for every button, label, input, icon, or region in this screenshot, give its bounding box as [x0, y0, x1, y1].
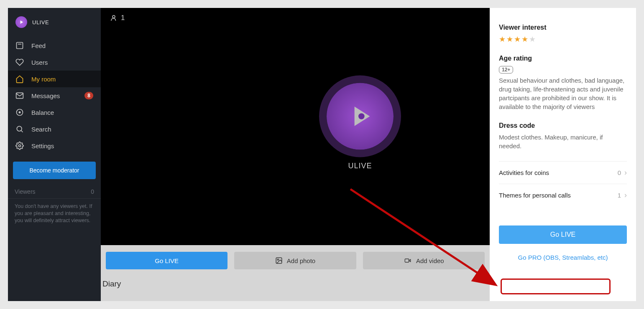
- add-video-button[interactable]: Add video: [363, 252, 485, 269]
- svg-rect-0: [17, 43, 23, 49]
- svg-point-7: [19, 145, 21, 147]
- activities-row[interactable]: Activities for coins 0 ›: [499, 161, 627, 184]
- svg-line-6: [21, 131, 23, 132]
- svg-point-5: [17, 126, 22, 131]
- main-column: 1 ULIVE Go LIVE Add photo: [101, 8, 490, 301]
- themes-value-group: 1 ›: [618, 191, 627, 200]
- play-logo-icon: [327, 83, 394, 150]
- brand-row: ULIVE: [8, 13, 101, 37]
- svg-point-11: [277, 259, 279, 260]
- sidebar-item-search[interactable]: Search: [8, 121, 101, 137]
- photo-icon: [275, 257, 283, 264]
- sidebar-item-settings[interactable]: Settings: [8, 137, 101, 154]
- sidebar-item-label: My room: [31, 76, 56, 83]
- activities-value-group: 0 ›: [618, 168, 627, 177]
- sidebar-item-label: Settings: [31, 142, 54, 149]
- diary-heading: Diary: [101, 269, 490, 289]
- star-icon: ★: [529, 35, 536, 44]
- heart-icon: [15, 58, 24, 66]
- age-badge: 12+: [499, 66, 513, 73]
- star-rating: ★ ★ ★ ★ ★: [499, 35, 627, 44]
- add-photo-label: Add photo: [287, 257, 315, 264]
- brand-logo-icon: [15, 16, 27, 28]
- dress-code-text: Modest clothes. Makeup, manicure, if nee…: [499, 133, 627, 150]
- sidebar-item-messages[interactable]: Messages 8: [8, 87, 101, 104]
- viewers-description: You don't have any viewers yet. If you a…: [8, 199, 101, 228]
- svg-rect-12: [405, 259, 409, 262]
- age-rating-text: Sexual behaviour and clothes, bad langua…: [499, 76, 627, 111]
- star-icon: ★: [521, 35, 528, 44]
- sidebar-item-label: Search: [31, 126, 51, 133]
- gear-icon: [15, 142, 24, 150]
- chevron-right-icon: ›: [624, 168, 627, 177]
- viewer-count-value: 1: [121, 14, 125, 22]
- viewer-count-overlay: 1: [110, 14, 125, 22]
- brand-name: ULIVE: [32, 19, 49, 25]
- star-icon: ★: [499, 35, 506, 44]
- activities-value: 0: [618, 169, 621, 176]
- right-panel: Viewer interest ★ ★ ★ ★ ★ Age rating 12+…: [490, 8, 636, 301]
- go-pro-link[interactable]: Go PRO (OBS, Streamlabs, etc): [499, 250, 627, 265]
- svg-point-9: [358, 113, 365, 119]
- viewers-row: Viewers 0: [8, 188, 101, 199]
- svg-point-8: [112, 15, 115, 18]
- video-icon: [404, 257, 412, 264]
- themes-row[interactable]: Themes for personal calls 1 ›: [499, 184, 627, 206]
- viewers-label: Viewers: [15, 188, 36, 195]
- mail-icon: [15, 91, 24, 100]
- sidebar-item-label: Users: [31, 59, 48, 66]
- sidebar-item-users[interactable]: Users: [8, 54, 101, 71]
- activities-label: Activities for coins: [499, 169, 549, 176]
- feed-icon: [15, 41, 24, 50]
- panel-go-live-button[interactable]: Go LIVE: [499, 225, 627, 244]
- svg-point-4: [19, 111, 21, 114]
- star-icon: ★: [514, 35, 521, 44]
- search-icon: [15, 125, 24, 133]
- themes-value: 1: [618, 192, 621, 199]
- add-photo-button[interactable]: Add photo: [234, 252, 356, 269]
- home-icon: [15, 75, 24, 83]
- go-live-label: Go LIVE: [155, 257, 179, 264]
- video-placeholder: ULIVE: [327, 83, 394, 170]
- video-area: 1 ULIVE: [101, 8, 490, 245]
- sidebar-item-label: Feed: [31, 42, 46, 49]
- chevron-right-icon: ›: [624, 191, 627, 200]
- viewer-interest-title: Viewer interest: [499, 24, 627, 31]
- messages-badge: 8: [84, 92, 93, 99]
- sidebar-item-my-room[interactable]: My room: [8, 71, 101, 87]
- sidebar-item-label: Messages: [31, 92, 60, 99]
- dress-code-title: Dress code: [499, 122, 627, 129]
- go-live-button[interactable]: Go LIVE: [106, 252, 227, 269]
- person-icon: [110, 14, 118, 22]
- sidebar-item-balance[interactable]: Balance: [8, 104, 101, 121]
- become-moderator-button[interactable]: Become moderator: [13, 162, 96, 179]
- balance-icon: [15, 108, 24, 117]
- themes-label: Themes for personal calls: [499, 192, 571, 199]
- action-row: Go LIVE Add photo Add video: [101, 245, 490, 269]
- video-placeholder-text: ULIVE: [348, 162, 372, 170]
- add-video-label: Add video: [416, 257, 444, 264]
- sidebar-item-feed[interactable]: Feed: [8, 37, 101, 54]
- viewers-count: 0: [91, 188, 94, 195]
- sidebar: ULIVE Feed Users My room Messages 8: [8, 8, 101, 301]
- star-icon: ★: [506, 35, 513, 44]
- app-root: ULIVE Feed Users My room Messages 8: [8, 8, 636, 301]
- age-rating-title: Age rating: [499, 55, 627, 62]
- sidebar-item-label: Balance: [31, 109, 54, 116]
